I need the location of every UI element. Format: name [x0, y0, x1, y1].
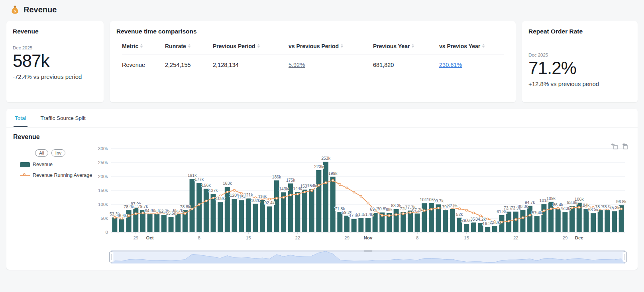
svg-text:$: $ — [14, 9, 16, 13]
revenue-bar[interactable] — [450, 209, 455, 232]
column-header-previous-period[interactable]: Previous Period — [213, 39, 289, 55]
revenue-bar[interactable] — [605, 210, 610, 232]
filter-all-button[interactable]: All — [35, 149, 48, 157]
revenue-bar[interactable] — [337, 212, 342, 232]
sort-icon[interactable] — [341, 44, 343, 48]
revenue-bar[interactable] — [415, 214, 420, 232]
revenue-bar[interactable] — [190, 179, 195, 232]
legend-item-running-average[interactable]: Revenue Running Average — [20, 172, 94, 178]
sort-icon[interactable] — [188, 44, 190, 48]
revenue-bar[interactable] — [556, 208, 561, 232]
revenue-bar[interactable] — [443, 210, 448, 232]
box-zoom-icon[interactable] — [611, 143, 618, 149]
revenue-bar[interactable] — [534, 216, 540, 232]
revenue-bar[interactable] — [302, 190, 307, 232]
sort-icon[interactable] — [412, 44, 414, 48]
bar-value-label: 109k — [546, 196, 556, 201]
revenue-bar[interactable] — [422, 203, 427, 232]
brush-handle-left[interactable] — [110, 252, 113, 262]
column-header-runrate[interactable]: Runrate — [165, 39, 213, 55]
time-range-brush[interactable] — [111, 250, 625, 264]
revenue-bar[interactable] — [147, 214, 153, 232]
revenue-bar[interactable] — [169, 217, 174, 232]
revenue-bar[interactable] — [583, 209, 589, 232]
bar-value-label: 156k — [202, 183, 211, 188]
revenue-bar[interactable] — [253, 204, 258, 232]
revenue-kpi-card: Revenue Dec 2025 587k -72.4% vs previous… — [6, 21, 104, 102]
revenue-bar[interactable] — [562, 212, 567, 232]
revenue-bar[interactable] — [471, 223, 476, 233]
revenue-bar[interactable] — [274, 180, 279, 232]
revenue-bar[interactable] — [598, 210, 603, 232]
revenue-bar[interactable] — [330, 177, 336, 232]
revenue-kpi-value: 587k — [13, 51, 97, 71]
vs-previous-year-link[interactable]: 230.61% — [439, 62, 462, 68]
running-average-marker — [620, 208, 622, 210]
running-average-marker — [529, 214, 531, 216]
revenue-bar[interactable] — [232, 199, 237, 232]
filter-inv-button[interactable]: Inv — [51, 149, 65, 157]
y-axis-tick: 150k — [98, 188, 108, 193]
revenue-bar[interactable] — [541, 204, 546, 232]
revenue-bar[interactable] — [569, 206, 575, 232]
revenue-bar[interactable] — [365, 218, 371, 232]
running-average-marker — [360, 195, 362, 197]
revenue-bar[interactable] — [267, 206, 272, 232]
revenue-bar[interactable] — [394, 209, 399, 232]
brush-handle-right[interactable] — [623, 252, 627, 262]
revenue-bar[interactable] — [499, 215, 504, 232]
revenue-bar[interactable] — [225, 187, 230, 232]
revenue-bar[interactable] — [133, 208, 138, 232]
revenue-bar[interactable] — [358, 218, 363, 232]
revenue-bar[interactable] — [119, 219, 124, 232]
revenue-bar[interactable] — [211, 194, 216, 232]
running-average-marker — [283, 196, 285, 198]
tab-total[interactable]: Total — [14, 109, 27, 127]
revenue-bar[interactable] — [204, 189, 209, 232]
revenue-bar[interactable] — [316, 170, 321, 232]
revenue-bar[interactable] — [295, 192, 300, 232]
revenue-bar[interactable] — [612, 211, 617, 232]
revenue-bar[interactable] — [309, 189, 314, 232]
zoom-reset-icon[interactable] — [622, 143, 628, 149]
revenue-bar[interactable] — [218, 202, 223, 232]
running-average-marker — [346, 187, 348, 189]
column-header-vs-previous-year[interactable]: vs Previos Year — [439, 39, 504, 55]
sort-icon[interactable] — [482, 44, 485, 48]
column-header-metric[interactable]: Metric — [122, 39, 165, 55]
revenue-bar[interactable] — [344, 216, 349, 232]
revenue-bar[interactable] — [401, 212, 406, 232]
bar-value-label: 177k — [194, 177, 204, 182]
revenue-bar[interactable] — [196, 183, 202, 232]
brush-drag-handle[interactable] — [364, 250, 373, 252]
revenue-bar[interactable] — [246, 198, 251, 232]
revenue-bar[interactable] — [154, 214, 159, 232]
revenue-bar[interactable] — [373, 213, 378, 232]
running-average-marker — [557, 207, 559, 209]
revenue-bar[interactable] — [513, 212, 518, 232]
sort-icon[interactable] — [140, 44, 143, 48]
revenue-bar[interactable] — [126, 210, 132, 232]
revenue-bar[interactable] — [239, 200, 244, 233]
revenue-bar[interactable] — [323, 162, 328, 232]
revenue-bar[interactable] — [485, 227, 490, 232]
y-axis-tick: 200k — [98, 174, 108, 179]
revenue-bar[interactable] — [175, 214, 181, 232]
revenue-bar[interactable] — [464, 224, 469, 232]
revenue-bar[interactable] — [288, 184, 293, 233]
revenue-bar[interactable] — [429, 203, 434, 233]
sort-icon[interactable] — [257, 44, 260, 48]
revenue-bar[interactable] — [492, 226, 497, 232]
revenue-bar[interactable] — [161, 215, 167, 232]
legend-item-revenue[interactable]: Revenue — [20, 162, 94, 167]
column-header-previous-year[interactable]: Previous Year — [373, 39, 439, 55]
revenue-bar[interactable] — [520, 210, 525, 232]
revenue-bar[interactable] — [351, 219, 357, 232]
revenue-bar[interactable] — [112, 218, 117, 232]
column-header-vs-previous-period[interactable]: vs Previous Period — [289, 39, 373, 55]
running-average-marker — [388, 215, 390, 217]
revenue-bar[interactable] — [591, 213, 596, 232]
revenue-bar[interactable] — [527, 206, 532, 232]
tab-traffic-source-split[interactable]: Traffic Source Split — [39, 109, 87, 127]
vs-previous-period-link[interactable]: 5.92% — [289, 62, 305, 68]
